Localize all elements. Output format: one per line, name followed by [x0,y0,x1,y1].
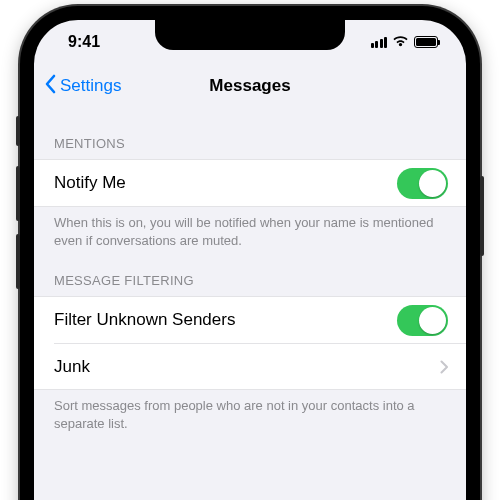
battery-icon [414,36,438,48]
section-footer-mentions: When this is on, you will be notified wh… [34,207,466,255]
cellular-signal-icon [371,37,388,48]
notify-me-toggle[interactable] [397,168,448,199]
back-label: Settings [60,76,121,96]
nav-bar: Settings Messages [34,64,466,108]
status-time: 9:41 [68,33,100,51]
page-title: Messages [209,76,290,96]
side-button [480,176,484,256]
filter-unknown-toggle[interactable] [397,305,448,336]
section-header-mentions: MENTIONS [34,118,466,159]
phone-frame: 9:41 Settings Messages MENTIONS [20,6,480,500]
filtering-group: Filter Unknown Senders Junk [34,296,466,390]
junk-row[interactable]: Junk [54,343,466,389]
back-button[interactable]: Settings [44,74,121,99]
chevron-right-icon [440,360,448,374]
ringer-switch [16,116,20,146]
notify-me-label: Notify Me [54,173,126,193]
section-footer-filtering: Sort messages from people who are not in… [34,390,466,438]
notch [155,20,345,50]
notify-me-row[interactable]: Notify Me [34,160,466,206]
chevron-left-icon [44,74,56,99]
volume-up-button [16,166,20,221]
status-indicators [371,33,439,51]
wifi-icon [392,33,409,51]
filter-unknown-row[interactable]: Filter Unknown Senders [34,297,466,343]
junk-label: Junk [54,357,90,377]
mentions-group: Notify Me [34,159,466,207]
section-header-filtering: MESSAGE FILTERING [34,255,466,296]
screen: 9:41 Settings Messages MENTIONS [34,20,466,500]
filter-unknown-label: Filter Unknown Senders [54,310,235,330]
volume-down-button [16,234,20,289]
content: MENTIONS Notify Me When this is on, you … [34,108,466,438]
